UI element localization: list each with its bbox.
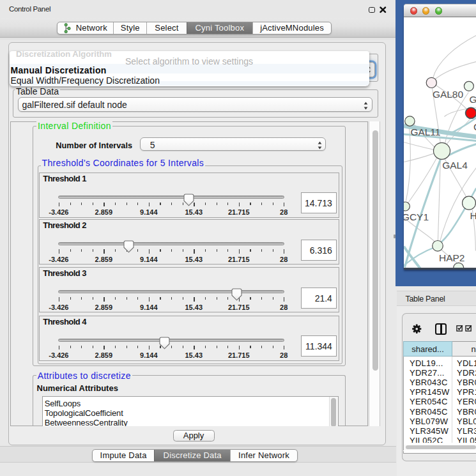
svg-text:GAL11: GAL11 bbox=[410, 127, 440, 137]
svg-text:GAL80: GAL80 bbox=[432, 88, 463, 99]
svg-text:C: C bbox=[473, 121, 475, 132]
svg-text:GA: GA bbox=[469, 94, 476, 105]
svg-text:GAL4: GAL4 bbox=[442, 159, 468, 170]
svg-text:HAP2: HAP2 bbox=[439, 252, 464, 263]
svg-text:HE: HE bbox=[470, 210, 476, 221]
svg-text:GCY1: GCY1 bbox=[404, 211, 429, 222]
